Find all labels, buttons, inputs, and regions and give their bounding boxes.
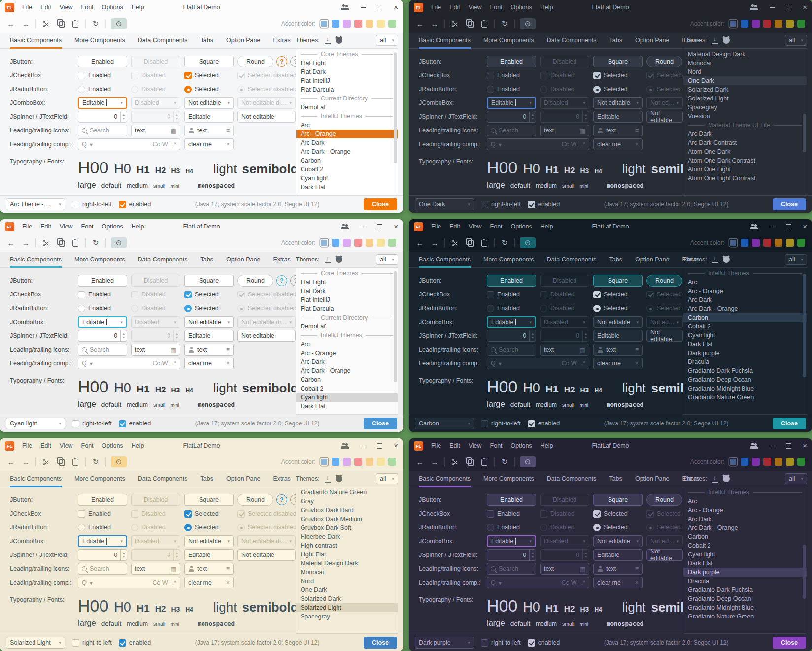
github-icon[interactable] — [723, 475, 730, 482]
tab[interactable]: More Components — [483, 33, 534, 48]
square-button[interactable]: Square — [184, 494, 234, 506]
tab[interactable]: Tabs — [201, 471, 213, 487]
not-editable-combobox[interactable]: Not editable▾ — [593, 97, 643, 109]
menu-item[interactable]: View — [60, 442, 73, 449]
search-options-field[interactable]: Q ▾ Cc W .* — [78, 358, 180, 369]
text-field-person-icon[interactable]: text≡ — [593, 125, 643, 136]
theme-list-item[interactable]: Nord — [683, 67, 807, 76]
right-to-left-checkbox[interactable]: right-to-left — [72, 420, 112, 427]
editable-combobox[interactable]: Editable▾ — [487, 97, 536, 109]
refresh-icon[interactable]: ↻ — [500, 456, 509, 467]
right-to-left-checkbox[interactable]: right-to-left — [481, 639, 521, 647]
menu-item[interactable]: Font — [490, 223, 503, 230]
theme-list-item[interactable]: Carbon — [296, 375, 398, 384]
theme-list-item[interactable]: Carbon — [683, 532, 807, 541]
editable-combobox[interactable]: Editable▾ — [78, 97, 127, 109]
text-field-grid-icon[interactable]: text▦ — [131, 563, 180, 575]
theme-list-item[interactable]: Arc Dark — [683, 295, 807, 304]
menu-item[interactable]: Help — [132, 4, 144, 11]
copy-icon[interactable] — [56, 18, 66, 29]
theme-list-item[interactable]: Arc Dark — [296, 358, 398, 366]
menu-item[interactable]: File — [431, 223, 441, 230]
spinner-arrows-icon[interactable]: ▴▾ — [529, 550, 536, 560]
table-icon[interactable]: ▦ — [579, 565, 585, 573]
tab[interactable]: More Components — [74, 471, 125, 487]
theme-list-item[interactable]: Arc Dark - Orange — [296, 147, 398, 156]
theme-list-item[interactable]: Dracula — [683, 358, 807, 366]
theme-selector-combo[interactable]: Carbon▾ — [415, 418, 474, 429]
maximize-button[interactable] — [377, 5, 382, 10]
tab[interactable]: Extras — [273, 471, 290, 487]
close-window-button[interactable]: × — [803, 5, 807, 10]
menu-item[interactable]: Font — [81, 4, 94, 11]
maximize-button[interactable] — [786, 443, 791, 449]
accent-color-swatch[interactable] — [752, 239, 760, 247]
radio-selected[interactable]: Selected — [593, 86, 643, 93]
themes-filter-combo[interactable]: all▾ — [785, 35, 807, 46]
tab[interactable]: More Components — [483, 252, 534, 267]
spinner-arrows-icon[interactable]: ▴▾ — [120, 111, 127, 122]
accent-color-swatch[interactable] — [775, 458, 782, 466]
accent-color-swatch[interactable] — [377, 239, 385, 247]
text-field-grid-icon[interactable]: text▦ — [540, 125, 589, 136]
theme-list-item[interactable]: Dark Flat — [296, 402, 398, 411]
menu-item[interactable]: File — [431, 442, 441, 449]
accent-color-swatch[interactable] — [752, 20, 760, 28]
clear-me-field[interactable]: clear me× — [593, 138, 643, 150]
square-button[interactable]: Square — [184, 56, 234, 67]
clear-icon[interactable]: × — [635, 360, 639, 367]
not-editable-combobox[interactable]: Not editable▾ — [184, 535, 234, 547]
whole-word-icon[interactable]: W — [162, 579, 168, 586]
close-button[interactable]: Close — [364, 418, 397, 429]
accent-color-swatch[interactable] — [354, 458, 362, 466]
menu-item[interactable]: Options — [102, 442, 123, 449]
paste-icon[interactable] — [479, 18, 489, 29]
help-button-secondary[interactable]: ? — [290, 494, 296, 505]
forward-button[interactable]: → — [21, 237, 31, 248]
theme-list-item[interactable]: Flat Darcula — [296, 304, 398, 313]
accent-color-swatch[interactable] — [729, 239, 737, 247]
accent-color-swatch[interactable] — [343, 458, 351, 466]
themes-filter-combo[interactable]: all▾ — [376, 254, 398, 265]
tab[interactable]: Data Components — [547, 471, 597, 487]
close-window-button[interactable]: × — [394, 443, 398, 448]
copy-icon[interactable] — [465, 18, 474, 29]
tab[interactable]: Option Pane — [226, 33, 261, 48]
accent-color-swatch[interactable] — [320, 239, 328, 247]
tab[interactable]: Tabs — [201, 252, 213, 267]
not-editable-textfield[interactable]: Not editable — [646, 330, 683, 342]
theme-list-item[interactable]: Cobalt 2 — [296, 165, 398, 174]
help-button[interactable]: ? — [276, 56, 287, 67]
table-icon[interactable]: ▦ — [170, 565, 176, 573]
clear-me-field[interactable]: clear me× — [184, 358, 234, 369]
accent-color-swatch[interactable] — [797, 20, 805, 28]
themes-filter-combo[interactable]: all▾ — [785, 473, 807, 484]
menu-item[interactable]: Edit — [40, 4, 51, 11]
theme-list-item[interactable]: Hiberbee Dark — [296, 532, 398, 541]
search-type-button[interactable]: Q — [82, 579, 87, 586]
theme-list-item[interactable]: Dark Flat — [683, 559, 807, 568]
users-icon[interactable] — [341, 224, 349, 229]
accent-color-swatch[interactable] — [343, 20, 351, 28]
search-field[interactable]: Search — [487, 125, 536, 136]
tab[interactable]: Basic Components — [10, 471, 62, 487]
paste-icon[interactable] — [70, 237, 80, 248]
theme-list-item[interactable]: Cyan light — [296, 174, 398, 183]
search-type-button[interactable]: Q — [491, 141, 496, 148]
maximize-button[interactable] — [786, 5, 791, 10]
spinner[interactable]: 0▴▾ — [78, 111, 127, 123]
clear-icon[interactable]: × — [635, 579, 639, 586]
regex-icon[interactable]: .* — [172, 141, 176, 148]
theme-list-item[interactable]: Arc - Orange — [296, 349, 398, 358]
text-field-person-icon[interactable]: text≡ — [593, 563, 643, 575]
refresh-icon[interactable]: ↻ — [91, 18, 101, 29]
theme-list-item[interactable]: Light Flat — [296, 550, 398, 559]
table-icon[interactable]: ▦ — [170, 346, 176, 354]
back-button[interactable]: ← — [6, 237, 16, 248]
menu-item[interactable]: File — [22, 223, 32, 230]
search-options-field[interactable]: Q ▾ Cc W .* — [487, 358, 589, 369]
paste-icon[interactable] — [70, 18, 80, 29]
forward-button[interactable]: → — [430, 18, 440, 29]
theme-list-item[interactable]: Gradianto Midnight Blue — [683, 384, 807, 393]
editable-textfield[interactable]: Editable — [593, 330, 643, 342]
